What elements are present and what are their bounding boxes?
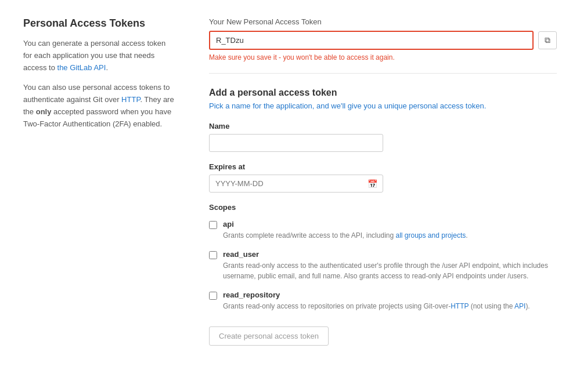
new-token-heading: Your New Personal Access Token — [209, 17, 557, 26]
repo-api-link[interactable]: API — [514, 302, 525, 310]
page-title: Personal Access Tokens — [23, 17, 174, 30]
name-form-group: Name — [209, 122, 557, 152]
name-input[interactable] — [209, 134, 383, 152]
scope-item-read-repository: read_repository Grants read-only access … — [209, 291, 557, 311]
scope-item-api: api Grants complete read/write access to… — [209, 220, 557, 241]
scope-checkbox-api[interactable] — [209, 221, 217, 229]
scope-name-api: api — [223, 220, 468, 228]
description-para2: You can also use personal access tokens … — [23, 82, 174, 130]
create-token-button[interactable]: Create personal access token — [209, 326, 329, 346]
repo-http-link[interactable]: HTTP — [451, 302, 469, 310]
http-link[interactable]: HTTP — [121, 95, 140, 104]
scope-checkbox-read-user[interactable] — [209, 251, 217, 259]
expires-form-group: Expires at 📅 — [209, 162, 557, 193]
gitlab-api-link[interactable]: the GitLab API — [57, 63, 106, 72]
scope-checkbox-read-repository[interactable] — [209, 292, 217, 300]
description-para1: You can generate a personal access token… — [23, 38, 174, 74]
scope-name-read-user: read_user — [223, 250, 557, 259]
name-label: Name — [209, 122, 557, 130]
token-row: ⧉ — [209, 31, 557, 50]
left-panel: Personal Access Tokens You can generate … — [23, 17, 174, 346]
add-token-heading: Add a personal access token — [209, 88, 557, 98]
api-all-groups-link[interactable]: all groups and projects — [395, 231, 466, 239]
scope-desc-read-repository: Grants read-only access to repositories … — [223, 301, 530, 311]
add-token-section: Add a personal access token Pick a name … — [209, 88, 557, 346]
scope-item-read-user: read_user Grants read-only access to the… — [209, 250, 557, 281]
scope-name-read-repository: read_repository — [223, 291, 530, 299]
calendar-icon: 📅 — [368, 179, 377, 188]
copy-icon: ⧉ — [545, 35, 550, 45]
scope-desc-api: Grants complete read/write access to the… — [223, 230, 468, 241]
add-token-subtitle: Pick a name for the application, and we'… — [209, 101, 557, 110]
copy-token-button[interactable]: ⧉ — [538, 31, 557, 49]
scopes-form-group: Scopes api Grants complete read/write ac… — [209, 203, 557, 311]
scopes-label: Scopes — [209, 203, 557, 212]
token-value-input[interactable] — [209, 31, 534, 50]
new-token-section: Your New Personal Access Token ⧉ Make su… — [209, 17, 557, 74]
scope-desc-read-user: Grants read-only access to the authentic… — [223, 260, 557, 281]
token-warning: Make sure you save it - you won't be abl… — [209, 53, 557, 61]
date-input-wrapper: 📅 — [209, 175, 383, 193]
expires-input[interactable] — [209, 175, 383, 193]
expires-label: Expires at — [209, 162, 557, 171]
right-panel: Your New Personal Access Token ⧉ Make su… — [209, 17, 557, 346]
